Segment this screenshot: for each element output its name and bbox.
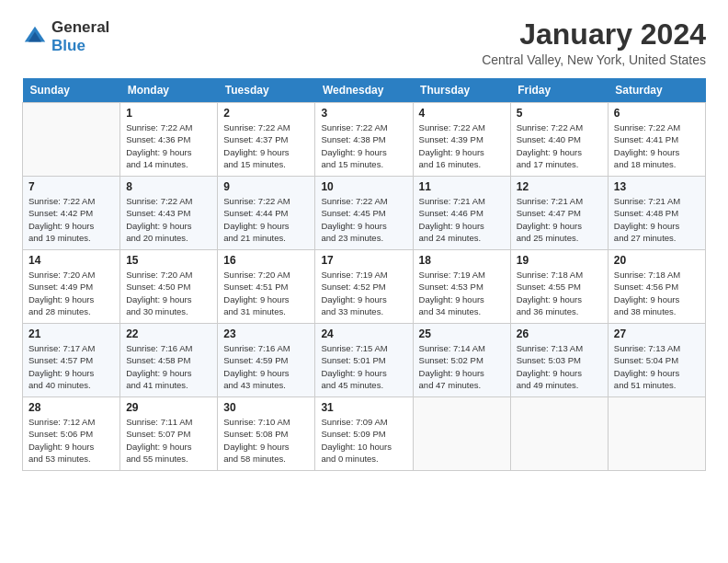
calendar-cell: 27Sunrise: 7:13 AM Sunset: 5:04 PM Dayli…	[608, 324, 705, 397]
calendar-cell: 16Sunrise: 7:20 AM Sunset: 4:51 PM Dayli…	[218, 250, 315, 324]
calendar-cell: 18Sunrise: 7:19 AM Sunset: 4:53 PM Dayli…	[413, 250, 510, 324]
day-number: 10	[321, 180, 406, 193]
day-number: 3	[321, 107, 406, 120]
calendar-week-row: 7Sunrise: 7:22 AM Sunset: 4:42 PM Daylig…	[23, 177, 706, 250]
calendar-cell: 15Sunrise: 7:20 AM Sunset: 4:50 PM Dayli…	[120, 250, 218, 324]
calendar-cell: 8Sunrise: 7:22 AM Sunset: 4:43 PM Daylig…	[120, 177, 218, 250]
day-info: Sunrise: 7:22 AM Sunset: 4:40 PM Dayligh…	[517, 121, 602, 170]
day-info: Sunrise: 7:19 AM Sunset: 4:53 PM Dayligh…	[419, 269, 505, 317]
weekday-header-wednesday: Wednesday	[315, 78, 413, 103]
day-number: 23	[223, 327, 309, 340]
day-number: 27	[614, 327, 700, 340]
calendar-cell: 17Sunrise: 7:19 AM Sunset: 4:52 PM Dayli…	[315, 250, 413, 324]
calendar-cell: 26Sunrise: 7:13 AM Sunset: 5:03 PM Dayli…	[510, 324, 608, 397]
calendar-cell	[510, 397, 608, 471]
calendar-cell	[23, 103, 120, 177]
day-number: 6	[614, 107, 700, 120]
day-number: 25	[419, 327, 505, 340]
day-info: Sunrise: 7:22 AM Sunset: 4:39 PM Dayligh…	[419, 121, 505, 170]
calendar-cell: 28Sunrise: 7:12 AM Sunset: 5:06 PM Dayli…	[23, 397, 120, 471]
day-number: 1	[126, 107, 211, 120]
day-info: Sunrise: 7:22 AM Sunset: 4:43 PM Dayligh…	[126, 195, 211, 244]
day-info: Sunrise: 7:22 AM Sunset: 4:42 PM Dayligh…	[28, 195, 114, 244]
day-info: Sunrise: 7:22 AM Sunset: 4:37 PM Dayligh…	[223, 121, 309, 170]
day-info: Sunrise: 7:19 AM Sunset: 4:52 PM Dayligh…	[321, 269, 406, 317]
day-info: Sunrise: 7:21 AM Sunset: 4:47 PM Dayligh…	[517, 195, 602, 244]
weekday-header-sunday: Sunday	[23, 78, 120, 103]
day-info: Sunrise: 7:16 AM Sunset: 4:58 PM Dayligh…	[126, 342, 211, 391]
day-info: Sunrise: 7:21 AM Sunset: 4:46 PM Dayligh…	[419, 195, 505, 244]
calendar-cell: 10Sunrise: 7:22 AM Sunset: 4:45 PM Dayli…	[315, 177, 413, 250]
day-number: 2	[223, 107, 309, 120]
logo: General Blue	[22, 18, 109, 55]
calendar-cell: 29Sunrise: 7:11 AM Sunset: 5:07 PM Dayli…	[120, 397, 218, 471]
day-number: 11	[419, 180, 505, 193]
day-number: 21	[28, 327, 114, 340]
day-number: 12	[517, 180, 602, 193]
weekday-header-saturday: Saturday	[608, 78, 705, 103]
calendar-cell: 23Sunrise: 7:16 AM Sunset: 4:59 PM Dayli…	[218, 324, 315, 397]
weekday-header-row: SundayMondayTuesdayWednesdayThursdayFrid…	[23, 78, 706, 103]
day-info: Sunrise: 7:22 AM Sunset: 4:44 PM Dayligh…	[223, 195, 309, 244]
day-number: 24	[321, 327, 406, 340]
day-info: Sunrise: 7:18 AM Sunset: 4:56 PM Dayligh…	[614, 269, 700, 317]
calendar-cell: 5Sunrise: 7:22 AM Sunset: 4:40 PM Daylig…	[510, 103, 608, 177]
calendar-cell: 6Sunrise: 7:22 AM Sunset: 4:41 PM Daylig…	[608, 103, 705, 177]
day-number: 18	[419, 254, 505, 267]
day-info: Sunrise: 7:14 AM Sunset: 5:02 PM Dayligh…	[419, 342, 505, 391]
day-info: Sunrise: 7:12 AM Sunset: 5:06 PM Dayligh…	[28, 416, 114, 465]
calendar-cell: 21Sunrise: 7:17 AM Sunset: 4:57 PM Dayli…	[23, 324, 120, 397]
day-number: 7	[28, 180, 114, 193]
calendar-cell: 30Sunrise: 7:10 AM Sunset: 5:08 PM Dayli…	[218, 397, 315, 471]
day-info: Sunrise: 7:13 AM Sunset: 5:03 PM Dayligh…	[517, 342, 602, 391]
day-info: Sunrise: 7:20 AM Sunset: 4:49 PM Dayligh…	[28, 269, 114, 317]
day-info: Sunrise: 7:10 AM Sunset: 5:08 PM Dayligh…	[223, 416, 309, 465]
calendar-header: January 2024 Central Valley, New York, U…	[482, 18, 706, 67]
day-number: 14	[28, 254, 114, 267]
day-info: Sunrise: 7:22 AM Sunset: 4:41 PM Dayligh…	[614, 121, 700, 170]
day-info: Sunrise: 7:20 AM Sunset: 4:51 PM Dayligh…	[223, 269, 309, 317]
day-number: 30	[223, 401, 309, 414]
calendar-cell: 12Sunrise: 7:21 AM Sunset: 4:47 PM Dayli…	[510, 177, 608, 250]
calendar-cell	[608, 397, 705, 471]
calendar-title: January 2024	[482, 18, 706, 51]
calendar-cell: 25Sunrise: 7:14 AM Sunset: 5:02 PM Dayli…	[413, 324, 510, 397]
day-number: 8	[126, 180, 211, 193]
calendar-cell: 13Sunrise: 7:21 AM Sunset: 4:48 PM Dayli…	[608, 177, 705, 250]
calendar-cell: 7Sunrise: 7:22 AM Sunset: 4:42 PM Daylig…	[23, 177, 120, 250]
calendar-cell: 3Sunrise: 7:22 AM Sunset: 4:38 PM Daylig…	[315, 103, 413, 177]
weekday-header-tuesday: Tuesday	[218, 78, 315, 103]
day-number: 17	[321, 254, 406, 267]
day-info: Sunrise: 7:11 AM Sunset: 5:07 PM Dayligh…	[126, 416, 211, 465]
day-number: 4	[419, 107, 505, 120]
calendar-cell: 2Sunrise: 7:22 AM Sunset: 4:37 PM Daylig…	[218, 103, 315, 177]
calendar-subtitle: Central Valley, New York, United States	[482, 52, 706, 67]
page-header: General Blue January 2024 Central Valley…	[22, 18, 706, 67]
calendar-week-row: 21Sunrise: 7:17 AM Sunset: 4:57 PM Dayli…	[23, 324, 706, 397]
day-info: Sunrise: 7:22 AM Sunset: 4:38 PM Dayligh…	[321, 121, 406, 170]
day-number: 13	[614, 180, 700, 193]
day-info: Sunrise: 7:17 AM Sunset: 4:57 PM Dayligh…	[28, 342, 114, 391]
calendar-week-row: 14Sunrise: 7:20 AM Sunset: 4:49 PM Dayli…	[23, 250, 706, 324]
day-number: 28	[28, 401, 114, 414]
weekday-header-monday: Monday	[120, 78, 218, 103]
logo-general: General Blue	[51, 18, 109, 55]
day-info: Sunrise: 7:16 AM Sunset: 4:59 PM Dayligh…	[223, 342, 309, 391]
calendar-cell: 9Sunrise: 7:22 AM Sunset: 4:44 PM Daylig…	[218, 177, 315, 250]
calendar-cell: 19Sunrise: 7:18 AM Sunset: 4:55 PM Dayli…	[510, 250, 608, 324]
day-number: 22	[126, 327, 211, 340]
day-info: Sunrise: 7:22 AM Sunset: 4:36 PM Dayligh…	[126, 121, 211, 170]
day-info: Sunrise: 7:13 AM Sunset: 5:04 PM Dayligh…	[614, 342, 700, 391]
day-number: 5	[517, 107, 602, 120]
calendar-cell: 14Sunrise: 7:20 AM Sunset: 4:49 PM Dayli…	[23, 250, 120, 324]
calendar-cell: 22Sunrise: 7:16 AM Sunset: 4:58 PM Dayli…	[120, 324, 218, 397]
day-info: Sunrise: 7:20 AM Sunset: 4:50 PM Dayligh…	[126, 269, 211, 317]
day-number: 31	[321, 401, 406, 414]
calendar-cell: 4Sunrise: 7:22 AM Sunset: 4:39 PM Daylig…	[413, 103, 510, 177]
day-info: Sunrise: 7:18 AM Sunset: 4:55 PM Dayligh…	[517, 269, 602, 317]
day-info: Sunrise: 7:22 AM Sunset: 4:45 PM Dayligh…	[321, 195, 406, 244]
logo-icon	[22, 24, 48, 50]
day-info: Sunrise: 7:15 AM Sunset: 5:01 PM Dayligh…	[321, 342, 406, 391]
day-number: 9	[223, 180, 309, 193]
weekday-header-thursday: Thursday	[413, 78, 510, 103]
